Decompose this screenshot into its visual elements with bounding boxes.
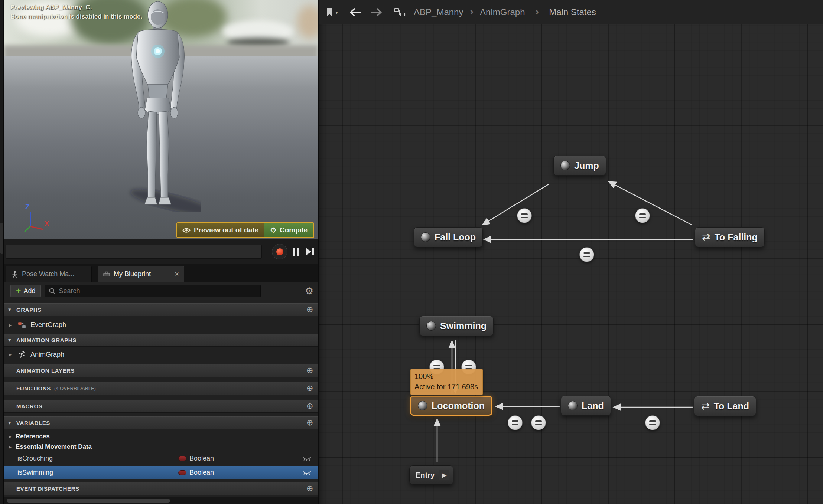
timeline-bar[interactable]: [6, 245, 262, 259]
settings-gear-icon[interactable]: ⚙: [305, 286, 313, 296]
section-variables[interactable]: ▾ VARIABLES ⊕: [4, 416, 318, 429]
section-functions[interactable]: FUNCTIONS (4 OVERRIDABLE) ⊕: [4, 382, 318, 395]
chevron-right-icon[interactable]: ▸: [9, 322, 18, 328]
list-item-anim-graph[interactable]: ▸ AnimGraph: [4, 348, 318, 361]
conduit-node-to-land[interactable]: ⇄ To Land: [694, 396, 756, 416]
compile-button-label: Compile: [280, 226, 308, 234]
tab-my-blueprint[interactable]: My Blueprint ×: [98, 266, 184, 282]
breadcrumb: ABP_Manny › AnimGraph › Main States: [414, 7, 596, 17]
bookmarks-dropdown[interactable]: ▾: [325, 7, 338, 17]
bg-warm-blob: [297, 5, 318, 39]
section-event-dispatchers[interactable]: EVENT DISPATCHERS ⊕: [4, 482, 318, 495]
step-icon: [306, 248, 311, 255]
scrollbar-thumb[interactable]: [7, 499, 170, 503]
eye-closed-icon[interactable]: [302, 456, 311, 461]
plus-circle-icon[interactable]: ⊕: [306, 366, 313, 375]
preview-out-of-date-button[interactable]: Preview out of date: [177, 223, 264, 237]
graph-canvas[interactable]: [319, 0, 823, 504]
entry-node[interactable]: Entry ▶: [409, 465, 453, 485]
step-forward-button[interactable]: [302, 244, 318, 259]
variable-row-iscrouching[interactable]: isCrouching Boolean: [4, 452, 318, 465]
preview-character-manny: [115, 1, 201, 212]
compile-button[interactable]: ⚙ Compile: [264, 223, 313, 237]
chevron-right-icon[interactable]: ▸: [9, 351, 18, 358]
variable-row-isswimming[interactable]: isSwimming Boolean: [4, 466, 318, 479]
plus-circle-icon[interactable]: ⊕: [306, 383, 313, 393]
breadcrumb-separator: ›: [535, 11, 539, 13]
state-icon: [568, 401, 578, 410]
state-node-land[interactable]: Land: [561, 396, 611, 416]
state-node-swimming[interactable]: Swimming: [419, 316, 494, 336]
overlay-line-1: Previewing ABP_Manny_C.: [10, 3, 142, 12]
transition-rule-icon[interactable]: [517, 208, 532, 223]
search-input[interactable]: [59, 287, 257, 295]
add-button[interactable]: + Add: [10, 285, 41, 297]
section-label: GRAPHS: [16, 307, 42, 313]
boolean-pill-icon: [178, 456, 186, 461]
close-icon[interactable]: ×: [175, 270, 179, 278]
transition-rule-icon[interactable]: [531, 415, 546, 430]
chevron-down-icon[interactable]: ▾: [8, 337, 16, 343]
item-label: AnimGraph: [30, 351, 64, 359]
tooltip-percent: 100%: [414, 371, 478, 382]
pause-icon: [293, 248, 295, 256]
conduit-node-to-falling[interactable]: ⇄ To Falling: [695, 227, 765, 247]
tab-label: Pose Watch Ma...: [22, 270, 74, 278]
section-animation-layers[interactable]: ANIMATION LAYERS ⊕: [4, 364, 318, 377]
chevron-down-icon[interactable]: ▾: [8, 419, 16, 426]
active-state-tooltip: 100% Active for 171.698s: [410, 369, 483, 395]
compile-button-group: Preview out of date ⚙ Compile: [176, 222, 314, 238]
functions-overridable-count: (4 OVERRIDABLE): [54, 386, 96, 391]
plus-circle-icon[interactable]: ⊕: [306, 401, 313, 411]
anim-graph-icon: [18, 350, 27, 359]
variable-name: isSwimming: [4, 469, 178, 477]
chevron-right-icon[interactable]: ▸: [9, 444, 16, 450]
eye-closed-icon[interactable]: [302, 470, 311, 475]
tab-pose-watch-manager[interactable]: Pose Watch Ma...: [6, 266, 92, 282]
breadcrumb-abp-manny[interactable]: ABP_Manny: [414, 7, 463, 17]
breadcrumb-main-states[interactable]: Main States: [549, 7, 596, 17]
back-button[interactable]: [348, 7, 362, 17]
variable-category-essential-movement-data[interactable]: ▸ Essential Movement Data: [4, 442, 318, 452]
list-item-event-graph[interactable]: ▸ EventGraph: [4, 318, 318, 331]
section-label: ANIMATION GRAPHS: [16, 337, 77, 343]
horizontal-scrollbar: [4, 497, 318, 504]
transition-rule-icon[interactable]: [645, 415, 660, 430]
section-label: VARIABLES: [16, 420, 50, 426]
search-box: [45, 285, 261, 297]
section-macros[interactable]: MACROS ⊕: [4, 400, 318, 413]
forward-button[interactable]: [369, 7, 384, 17]
chevron-down-icon[interactable]: ▾: [8, 306, 16, 313]
plus-circle-icon[interactable]: ⊕: [306, 305, 313, 314]
my-blueprint-icon: [103, 270, 110, 278]
record-button[interactable]: [272, 244, 287, 259]
preview-viewport[interactable]: Previewing ABP_Manny_C. Bone manipulatio…: [4, 0, 318, 239]
axis-x-label: X: [45, 220, 49, 228]
plus-circle-icon[interactable]: ⊕: [306, 484, 313, 493]
node-label: Swimming: [440, 321, 487, 331]
state-icon: [560, 161, 570, 170]
transition-rule-icon[interactable]: [635, 208, 650, 223]
bookmark-icon: [325, 7, 334, 17]
state-icon: [426, 321, 436, 331]
chevron-right-icon[interactable]: ▸: [9, 433, 16, 439]
category-label: References: [16, 433, 50, 440]
breadcrumb-separator: ›: [469, 11, 474, 13]
section-label: MACROS: [16, 403, 42, 409]
pause-button[interactable]: [288, 244, 304, 259]
variable-category-references[interactable]: ▸ References: [4, 431, 318, 442]
section-animation-graphs[interactable]: ▾ ANIMATION GRAPHS: [4, 334, 318, 347]
dock-nub[interactable]: [0, 223, 3, 254]
state-node-fall-loop[interactable]: Fall Loop: [414, 227, 483, 247]
state-node-jump[interactable]: Jump: [553, 156, 606, 176]
transport-row: [4, 239, 318, 264]
state-node-locomotion[interactable]: Locomotion: [410, 396, 492, 416]
transition-rule-icon[interactable]: [579, 247, 594, 262]
my-blueprint-list: ▾ GRAPHS ⊕ ▸ EventGraph ▾ ANIMA: [4, 300, 318, 497]
breadcrumb-animgraph[interactable]: AnimGraph: [480, 7, 525, 17]
section-graphs[interactable]: ▾ GRAPHS ⊕: [4, 303, 318, 316]
play-pin-icon[interactable]: ▶: [439, 470, 449, 480]
axis-z-label: Z: [25, 203, 29, 211]
plus-circle-icon[interactable]: ⊕: [306, 418, 313, 428]
transition-rule-icon[interactable]: [508, 415, 523, 430]
